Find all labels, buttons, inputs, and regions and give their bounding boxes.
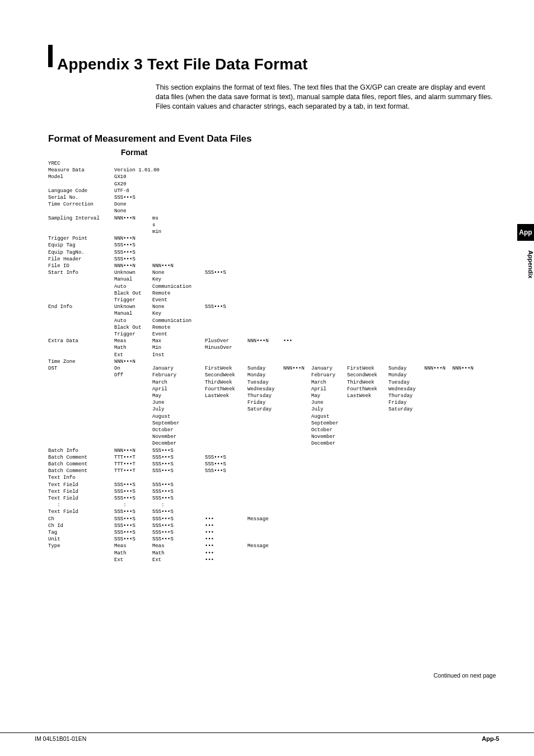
- cell: None: [152, 269, 205, 276]
- cell: Key: [152, 276, 205, 283]
- cell: Friday: [388, 399, 424, 406]
- cell: Unknown: [114, 269, 152, 276]
- cell: Text Field: [48, 482, 114, 488]
- cell: January: [311, 365, 347, 372]
- cell: December: [311, 440, 347, 447]
- cell: Ext: [152, 557, 205, 563]
- cell: SSS•••S: [152, 516, 205, 522]
- cell: SSS•••S: [114, 536, 152, 543]
- cell: Trigger: [114, 297, 152, 304]
- cell: End Info: [48, 304, 114, 310]
- footer-doc-id: IM 04L51B01-01EN: [35, 735, 86, 742]
- cell: Text Field: [48, 488, 114, 495]
- cell: NNN•••N: [247, 338, 283, 344]
- section-heading: Format of Measurement and Event Data Fil…: [48, 133, 252, 144]
- cell: Min: [152, 344, 205, 351]
- cell: •••: [283, 338, 311, 344]
- cell: Batch Info: [48, 447, 114, 454]
- format-label: Format: [121, 148, 147, 157]
- cell: SSS•••S: [152, 495, 205, 502]
- cell: Trigger: [114, 331, 152, 338]
- cell: March: [152, 379, 205, 386]
- cell: Manual: [114, 276, 152, 283]
- cell: Language Code: [48, 188, 114, 194]
- intro-p1: This section explains the format of text…: [156, 83, 497, 102]
- cell: Text Info: [48, 474, 114, 481]
- cell: SSS•••S: [114, 488, 152, 495]
- cell: Model: [48, 174, 114, 180]
- cell: s: [152, 222, 205, 228]
- cell: Serial No.: [48, 194, 114, 201]
- cell: Friday: [247, 399, 283, 406]
- continued-note: Continued on next page: [433, 672, 496, 679]
- cell: February: [152, 372, 205, 379]
- cell: NNN•••N: [283, 365, 311, 372]
- cell: •••: [205, 529, 247, 536]
- cell: July: [311, 406, 347, 413]
- cell: Measure Data: [48, 167, 114, 174]
- cell: SSS•••S: [152, 454, 205, 461]
- cell: Remote: [152, 324, 205, 331]
- cell: SSS•••S: [152, 522, 205, 529]
- cell: Message: [247, 516, 283, 522]
- cell: Text Field: [48, 508, 114, 515]
- cell: •••: [205, 557, 247, 563]
- cell: NNN•••N: [114, 447, 152, 454]
- cell: Type: [48, 543, 114, 549]
- cell: NNN•••N: [114, 263, 152, 269]
- cell: Black Out: [114, 290, 152, 297]
- cell: •••: [205, 522, 247, 529]
- cell: Text Field: [48, 495, 114, 502]
- cell: SSS•••S: [152, 461, 205, 468]
- cell: Math: [114, 550, 152, 557]
- intro-block: This section explains the format of text…: [156, 83, 497, 111]
- cell: February: [311, 372, 347, 379]
- cell: August: [311, 413, 347, 420]
- cell: Monday: [388, 372, 424, 379]
- cell: March: [311, 379, 347, 386]
- cell: :: [114, 502, 152, 508]
- cell: MinusOver: [205, 344, 247, 351]
- cell: ThirdWeek: [205, 379, 247, 386]
- cell: Auto: [114, 283, 152, 290]
- cell: None: [152, 304, 205, 310]
- cell: Unit: [48, 536, 114, 543]
- cell: NNN•••N: [114, 235, 152, 242]
- cell: Time Correction: [48, 201, 114, 208]
- cell: Unknown: [114, 304, 152, 310]
- cell: File Header: [48, 256, 114, 263]
- cell: SSS•••S: [114, 529, 152, 536]
- cell: File ID: [48, 263, 114, 269]
- cell: Done: [114, 201, 152, 208]
- cell: SSS•••S: [152, 536, 205, 543]
- cell: Remote: [152, 290, 205, 297]
- cell: Ext: [114, 557, 152, 563]
- cell: SSS•••S: [205, 454, 247, 461]
- cell: SSS•••S: [205, 304, 247, 310]
- cell: YREC: [48, 160, 114, 167]
- cell: Trigger Point: [48, 235, 114, 242]
- cell: LastWeek: [347, 393, 388, 399]
- cell: Extra Data: [48, 338, 114, 344]
- cell: LastWeek: [205, 393, 247, 399]
- cell: Communication: [152, 318, 205, 324]
- cell: SSS•••S: [152, 482, 205, 488]
- cell: Wednesday: [247, 386, 283, 393]
- cell: June: [152, 399, 205, 406]
- cell: NNN•••N: [114, 358, 152, 365]
- cell: UTF-8: [114, 188, 152, 194]
- cell: Tuesday: [388, 379, 424, 386]
- cell: FirstWeek: [205, 365, 247, 372]
- cell: Batch Comment: [48, 454, 114, 461]
- cell: :: [48, 502, 114, 508]
- cell: January: [152, 365, 205, 372]
- cell: SSS•••S: [114, 522, 152, 529]
- cell: April: [152, 386, 205, 393]
- cell: •••: [205, 550, 247, 557]
- cell: November: [152, 433, 205, 440]
- cell: Sunday: [247, 365, 283, 372]
- cell: Ch: [48, 516, 114, 522]
- cell: May: [311, 393, 347, 399]
- cell: SSS•••S: [114, 256, 152, 263]
- cell: Ext: [114, 352, 152, 358]
